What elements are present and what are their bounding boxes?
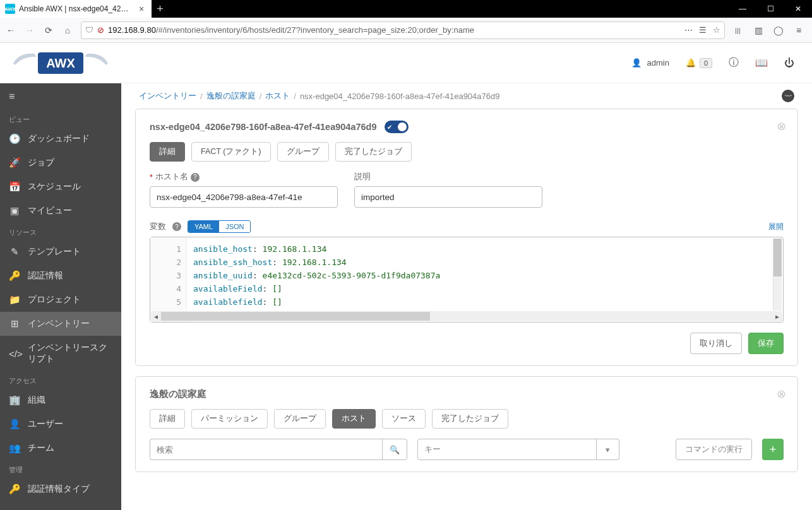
rocket-icon: 🚀 [9,157,20,169]
notifications[interactable]: 🔔0 [686,58,712,68]
help-icon[interactable]: ? [172,222,181,231]
url-text: 192.168.9.80/#/inventories/inventory/6/h… [108,25,681,35]
sidebar-item-myview[interactable]: ▣マイビュー [0,199,121,223]
tab-facts[interactable]: FACT (ファクト) [191,142,271,162]
tab-groups[interactable]: グループ [277,142,329,162]
breadcrumb-hosts[interactable]: ホスト [265,90,290,102]
sidebar-icon[interactable]: ▥ [753,25,764,35]
info-icon[interactable]: ⓘ [729,56,739,69]
gauge-icon: 🕑 [9,133,20,145]
search-icon: 🔍 [390,445,400,454]
address-bar[interactable]: 🛡 ⊘ 192.168.9.80/#/inventories/inventory… [81,21,725,39]
users-icon: 👥 [9,442,20,454]
sidebar-item-credential-types[interactable]: 🔑認証情報タイプ [0,477,121,501]
more-icon[interactable]: ⋯ [684,25,693,35]
sidebar-item-teams[interactable]: 👥チーム [0,436,121,460]
tab-hosts[interactable]: ホスト [332,409,376,429]
editor-hscroll[interactable]: ◀▶ [151,311,782,321]
user-icon: 👤 [9,418,20,430]
expand-link[interactable]: 展開 [768,222,784,232]
hostname-label: ホスト名 [155,172,188,182]
sidebar-item-organizations[interactable]: 🏢組織 [0,388,121,412]
hostname-input[interactable] [150,186,338,208]
sidebar-item-inventories[interactable]: ⊞インベントリー [0,312,121,336]
window-maximize-icon[interactable]: ☐ [756,0,784,18]
sitemap-icon: ⊞ [9,318,20,329]
pencil-icon: ✎ [9,246,20,258]
calendar-icon: 📅 [9,181,20,193]
tab-sources[interactable]: ソース [382,409,426,429]
tab-completed-jobs[interactable]: 完了したジョブ [335,142,412,162]
json-option[interactable]: JSON [219,221,250,232]
nav-back-icon[interactable]: ← [5,25,16,35]
insecure-icon: ⊘ [97,25,104,35]
sidebar-item-jobs[interactable]: 🚀ジョブ [0,151,121,175]
breadcrumb-current: nsx-edge04_4206e798-160f-a8ea-47ef-41ea9… [300,92,500,101]
tab-completed-jobs[interactable]: 完了したジョブ [432,409,508,429]
account-icon[interactable]: ◯ [773,25,784,35]
tab-permissions[interactable]: パーミッション [191,409,268,429]
search-input[interactable] [150,439,382,460]
docs-icon[interactable]: 📖 [755,57,768,69]
sidebar-item-schedules[interactable]: 📅スケジュール [0,175,121,199]
sidebar-toggle-icon[interactable]: ≡ [0,83,121,110]
awx-logo[interactable]: AWX [0,43,121,83]
close-icon[interactable]: ⊗ [777,387,786,401]
tab-close-icon[interactable]: × [136,4,146,14]
current-user[interactable]: 👤admin [631,58,669,68]
sidebar-item-users[interactable]: 👤ユーザー [0,412,121,436]
library-icon[interactable]: ⫼ [732,25,744,35]
add-host-button[interactable]: + [762,439,784,460]
new-tab-button[interactable]: + [152,3,169,16]
section-label: 管理 [0,460,121,477]
key-dropdown[interactable]: キー [417,439,597,460]
folder-icon: 📁 [9,294,20,305]
code-icon: </> [9,348,20,359]
yaml-option[interactable]: YAML [188,221,219,232]
chevron-down-icon[interactable]: ▾ [597,439,619,460]
star-icon[interactable]: ☆ [713,25,720,35]
section-label: リソース [0,223,121,240]
variables-editor[interactable]: 123456 ansible_host: 192.168.1.134ansibl… [150,237,784,323]
key-icon: 🔑 [9,270,20,282]
reader-icon[interactable]: ☰ [699,25,707,35]
inventory-title: 逸般の誤家庭 [150,388,784,400]
window-close-icon[interactable]: ✕ [784,0,812,18]
run-command-button[interactable]: コマンドの実行 [676,439,752,460]
tab-groups[interactable]: グループ [274,409,326,429]
logout-icon[interactable]: ⏻ [784,57,794,69]
nav-reload-icon[interactable]: ⟳ [43,25,54,35]
format-toggle[interactable]: YAML JSON [188,220,251,233]
editor-vscroll[interactable] [773,239,782,311]
host-enabled-toggle[interactable]: ✔ [385,121,409,133]
breadcrumb-inventories[interactable]: インベントリー [139,90,196,102]
sidebar-item-templates[interactable]: ✎テンプレート [0,240,121,264]
sidebar-item-projects[interactable]: 📁プロジェクト [0,288,121,312]
variables-label: 変数 [150,222,166,232]
awx-favicon: AWX [5,4,15,14]
description-input[interactable] [354,186,542,208]
nav-home-icon[interactable]: ⌂ [62,25,73,35]
host-title: nsx-edge04_4206e798-160f-a8ea-47ef-41ea9… [150,122,377,132]
key-icon: 🔑 [9,483,20,495]
inventory-panel: ⊗ 逸般の誤家庭 詳細 パーミッション グループ ホスト ソース 完了したジョブ… [135,376,798,472]
activity-stream-icon[interactable]: 〰 [782,90,794,102]
save-button[interactable]: 保存 [748,333,784,354]
breadcrumb-inventory[interactable]: 逸般の誤家庭 [206,90,256,102]
sidebar-item-credentials[interactable]: 🔑認証情報 [0,264,121,288]
tab-details[interactable]: 詳細 [150,409,185,429]
section-label: アクセス [0,371,121,388]
cancel-button[interactable]: 取り消し [690,333,742,354]
window-minimize-icon[interactable]: — [729,0,756,18]
menu-icon[interactable]: ≡ [793,25,804,35]
sidebar-item-dashboard[interactable]: 🕑ダッシュボード [0,127,121,151]
sidebar-item-inventory-scripts[interactable]: </>インベントリースクリプト [0,336,121,371]
tab-details[interactable]: 詳細 [150,142,185,162]
tab-title: Ansible AWX | nsx-edge04_420… [19,4,133,13]
nav-forward-icon: → [24,25,35,35]
browser-tab[interactable]: AWX Ansible AWX | nsx-edge04_420… × [0,0,152,18]
help-icon[interactable]: ? [191,173,200,182]
search-button[interactable]: 🔍 [382,439,407,460]
close-icon[interactable]: ⊗ [777,119,786,133]
host-detail-panel: ⊗ nsx-edge04_4206e798-160f-a8ea-47ef-41e… [135,109,798,366]
